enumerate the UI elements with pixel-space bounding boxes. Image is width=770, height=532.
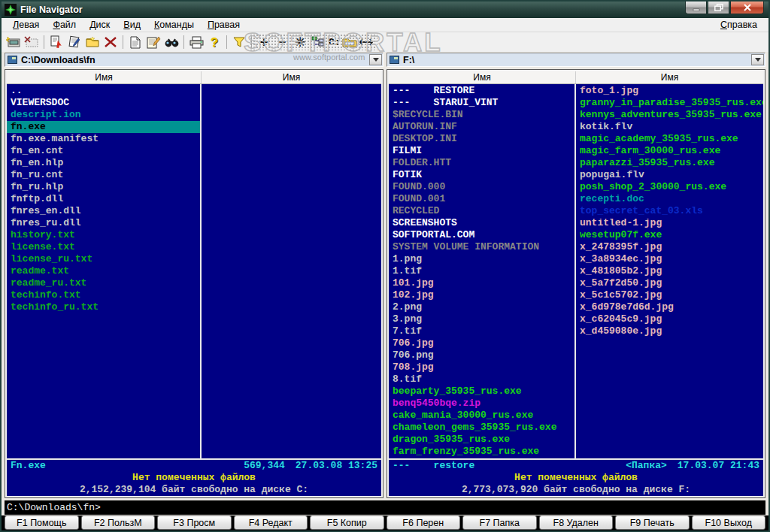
right-path-combo[interactable]: F:\ xyxy=(387,53,765,67)
file-row[interactable]: x_5c1c5702.jpg xyxy=(576,289,763,301)
fkey-f7-mkdir[interactable]: F7 Папка xyxy=(462,515,537,530)
file-row[interactable]: 2.png xyxy=(389,301,574,313)
find-file-icon[interactable] xyxy=(162,34,180,50)
file-row[interactable]: fn_en.hlp xyxy=(7,157,200,169)
menu-file[interactable]: Файл xyxy=(46,19,83,31)
file-row[interactable]: license_ru.txt xyxy=(7,253,200,265)
column-header-name[interactable]: Имя xyxy=(7,71,202,83)
swap-panels-icon[interactable] xyxy=(357,34,375,50)
fkey-f10-exit[interactable]: F10 Выход xyxy=(692,515,766,530)
fkey-f5-copy[interactable]: F5 Копир xyxy=(310,515,384,530)
file-row[interactable]: x_d459080e.jpg xyxy=(576,325,763,337)
fkey-f9-print[interactable]: F9 Печать xyxy=(615,515,690,530)
menu-disk[interactable]: Диск xyxy=(83,19,117,31)
file-row[interactable]: 101.jpg xyxy=(389,277,574,289)
file-row[interactable]: license.txt xyxy=(7,241,200,253)
file-row[interactable]: 706.jpg xyxy=(389,337,574,349)
title-bar[interactable]: File Navigator xyxy=(2,2,768,18)
file-row[interactable]: wesetup07f.exe xyxy=(576,229,763,241)
file-row[interactable]: x_6d978e7d6d.jpg xyxy=(576,301,763,313)
edit-text-icon[interactable] xyxy=(144,34,162,50)
new-connection-icon[interactable] xyxy=(5,34,23,50)
file-row[interactable]: x_481805b2.jpg xyxy=(576,265,763,277)
file-row[interactable]: dragon_35935_rus.exe xyxy=(389,434,574,446)
select-group-icon[interactable]: + xyxy=(255,34,273,50)
file-row[interactable]: benq5450bqe.zip xyxy=(389,397,574,410)
file-row[interactable]: 7.tif xyxy=(389,325,574,337)
file-row[interactable]: chameleon_gems_35935_rus.exe xyxy=(389,422,574,434)
menu-view[interactable]: Вид xyxy=(117,19,147,31)
file-row[interactable]: SCREENSHOTS xyxy=(389,217,574,229)
file-row[interactable]: DESKTOP.INI xyxy=(389,133,574,145)
tree-icon[interactable] xyxy=(309,34,327,50)
file-row[interactable]: 1.tif xyxy=(389,265,574,277)
file-row[interactable]: 102.jpg xyxy=(389,289,574,301)
right-path-dropdown[interactable] xyxy=(751,54,764,65)
file-row[interactable]: techinfo_ru.txt xyxy=(7,301,200,313)
file-row[interactable]: cake_mania_30000_rus.exe xyxy=(389,410,574,422)
file-row[interactable]: 1.png xyxy=(389,253,574,265)
left-path-dropdown[interactable] xyxy=(369,54,382,65)
command-line[interactable]: C:\Downloads\fn> xyxy=(5,500,765,515)
minimize-button[interactable] xyxy=(685,2,707,14)
file-row[interactable]: foto_1.jpg xyxy=(576,85,763,97)
invert-selection-icon[interactable]: ✳ xyxy=(291,34,309,50)
file-row[interactable]: popugai.flv xyxy=(576,169,763,181)
file-row[interactable]: beeparty_35935_rus.exe xyxy=(389,385,574,397)
file-row[interactable]: 708.jpg xyxy=(389,361,574,373)
menu-left-panel[interactable]: Левая xyxy=(6,19,46,31)
file-row[interactable]: VIEWERSDOC xyxy=(7,97,200,109)
close-button[interactable] xyxy=(730,2,764,14)
file-row[interactable]: FILMI xyxy=(389,145,574,157)
file-row[interactable]: readme_ru.txt xyxy=(7,277,200,289)
file-row[interactable]: FOUND.000 xyxy=(389,181,574,193)
fkey-f1-help[interactable]: F1 Помощь xyxy=(5,515,79,530)
file-row[interactable]: SYSTEM VOLUME INFORMATION xyxy=(389,241,574,253)
menu-commands[interactable]: Команды xyxy=(147,19,201,31)
file-row[interactable]: posh_shop_2_30000_rus.exe xyxy=(576,181,763,193)
close-connection-icon[interactable] xyxy=(23,34,41,50)
fkey-f6-move[interactable]: F6 Перен xyxy=(387,515,461,530)
file-row[interactable]: fn_en.cnt xyxy=(7,145,200,157)
drive-select[interactable]: C: xyxy=(327,34,357,50)
file-row[interactable]: descript.ion xyxy=(7,109,200,121)
file-row[interactable]: kennys_adventures_35935_rus.exe xyxy=(576,109,763,121)
file-row[interactable]: $RECYCLE.BIN xyxy=(389,109,574,121)
file-row[interactable]: paparazzi_35935_rus.exe xyxy=(576,157,763,169)
file-row[interactable]: 706.png xyxy=(389,349,574,361)
left-path-combo[interactable]: C:\Downloads\fn xyxy=(5,53,383,67)
deselect-group-icon[interactable]: − xyxy=(273,34,291,50)
file-row[interactable]: x_5a7f2d50.jpg xyxy=(576,277,763,289)
file-row[interactable]: x_3a8934ec.jpg xyxy=(576,253,763,265)
file-row[interactable]: FOUND.001 xyxy=(389,193,574,205)
file-row[interactable]: fn.exe.manifest xyxy=(7,133,200,145)
fkey-f4-edit[interactable]: F4 Редакт xyxy=(234,515,308,530)
file-row[interactable]: kotik.flv xyxy=(576,121,763,133)
restore-button[interactable] xyxy=(708,2,729,14)
file-row[interactable]: .. xyxy=(7,85,200,97)
menu-right-panel[interactable]: Правая xyxy=(201,19,247,31)
filter-icon[interactable] xyxy=(230,34,248,50)
file-row[interactable]: AUTORUN.INF xyxy=(389,121,574,133)
file-row[interactable]: techinfo.txt xyxy=(7,289,200,301)
fkey-f8-delete[interactable]: F8 Удален xyxy=(539,515,614,530)
file-row[interactable]: farm_frenzy_35935_rus.exe xyxy=(389,446,574,458)
file-row[interactable]: x_c62045c9.jpg xyxy=(576,313,763,325)
file-row[interactable]: SOFTPORTAL.COM xyxy=(389,229,574,241)
file-row[interactable]: 8.tif xyxy=(389,373,574,385)
file-row[interactable]: history.txt xyxy=(7,229,200,241)
copy-file-icon[interactable] xyxy=(47,34,65,50)
file-row[interactable]: readme.txt xyxy=(7,265,200,277)
help-icon[interactable]: ? xyxy=(205,34,223,50)
column-header-name[interactable]: Имя xyxy=(202,71,381,83)
file-row[interactable]: magic_academy_35935_rus.exe xyxy=(576,133,763,145)
file-row[interactable]: RECYCLED xyxy=(389,205,574,217)
edit-file-icon[interactable] xyxy=(65,34,83,50)
file-row[interactable]: fn_ru.hlp xyxy=(7,181,200,193)
file-row[interactable]: top_secret_cat_03.xls xyxy=(576,205,763,217)
file-row[interactable]: fnres_en.dll xyxy=(7,205,200,217)
fkey-f2-usermenu[interactable]: F2 ПользМ xyxy=(81,515,156,530)
file-row[interactable]: fnres_ru.dll xyxy=(7,217,200,229)
make-folder-icon[interactable] xyxy=(83,34,102,50)
fkey-f3-view[interactable]: F3 Просм xyxy=(157,515,232,530)
